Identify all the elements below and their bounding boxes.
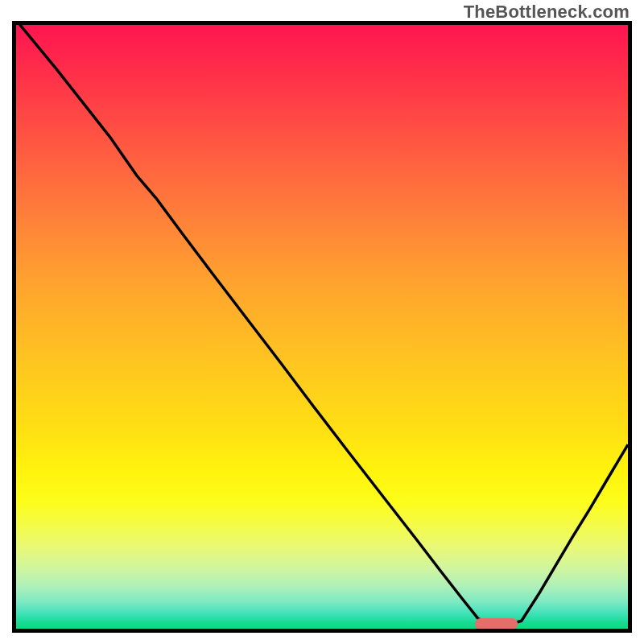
- optimal-marker: [475, 618, 518, 629]
- bottleneck-curve: [16, 25, 628, 625]
- chart-svg: [16, 25, 628, 629]
- plot-area: [12, 21, 632, 633]
- chart-frame: TheBottleneck.com: [0, 0, 644, 644]
- attribution-text: TheBottleneck.com: [464, 2, 630, 23]
